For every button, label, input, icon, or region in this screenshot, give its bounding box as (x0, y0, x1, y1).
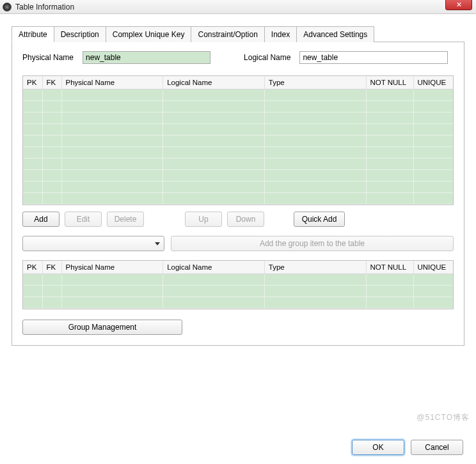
grid-empty-row (23, 193, 453, 205)
col-pk: PK (23, 76, 42, 89)
group-combo[interactable] (22, 236, 164, 251)
chevron-down-icon (155, 242, 160, 245)
col-logical-name: Logical Name (163, 76, 265, 89)
grid-empty-row (23, 159, 453, 170)
grid-body (23, 274, 453, 309)
tab-bar: Attribute Description Complex Unique Key… (12, 26, 464, 42)
col-not-null: NOT NULL (366, 76, 413, 89)
col-logical-name: Logical Name (163, 261, 265, 274)
grid-header-row: PK FK Physical Name Logical Name Type NO… (23, 76, 453, 89)
grid-empty-row (23, 286, 453, 297)
down-button[interactable]: Down (227, 212, 264, 227)
col-physical-name: Physical Name (61, 76, 163, 89)
col-not-null: NOT NULL (366, 261, 413, 274)
grid-body (23, 89, 453, 205)
col-type: Type (264, 261, 366, 274)
grid-empty-row (23, 182, 453, 193)
physical-name-input[interactable] (83, 51, 210, 64)
col-type: Type (264, 76, 366, 89)
col-fk: FK (42, 76, 61, 89)
close-button[interactable]: ✕ (445, 0, 472, 10)
col-pk: PK (23, 261, 42, 274)
col-physical-name: Physical Name (61, 261, 163, 274)
dialog-body: Attribute Description Complex Unique Key… (0, 14, 476, 346)
titlebar: Table Information ✕ (0, 0, 476, 14)
group-grid[interactable]: PK FK Physical Name Logical Name Type NO… (22, 260, 454, 309)
quick-add-button[interactable]: Quick Add (294, 212, 345, 227)
grid-header-row: PK FK Physical Name Logical Name Type NO… (23, 261, 453, 274)
grid-empty-row (23, 135, 453, 147)
window-title: Table Information (15, 3, 74, 12)
grid-empty-row (23, 170, 453, 182)
tab-constraint-option[interactable]: Constraint/Option (191, 26, 264, 42)
tab-index[interactable]: Index (264, 26, 297, 42)
ok-button[interactable]: OK (352, 440, 404, 455)
logical-name-input[interactable] (299, 51, 448, 64)
delete-button[interactable]: Delete (107, 212, 144, 227)
app-icon (3, 3, 12, 12)
col-unique: UNIQUE (413, 261, 453, 274)
group-row: Add the group item to the table (22, 236, 454, 251)
dialog-footer: OK Cancel (352, 440, 463, 455)
watermark: @51CTO博客 (416, 412, 470, 423)
logical-name-label: Logical Name (244, 53, 290, 62)
add-group-item-button[interactable]: Add the group item to the table (171, 236, 454, 251)
cancel-button[interactable]: Cancel (411, 440, 463, 455)
tab-pane-attribute: Physical Name Logical Name PK FK Physica… (12, 42, 464, 346)
grid-empty-row (23, 274, 453, 286)
name-row: Physical Name Logical Name (22, 51, 454, 64)
add-button[interactable]: Add (22, 212, 60, 227)
tab-attribute[interactable]: Attribute (12, 26, 54, 42)
columns-grid[interactable]: PK FK Physical Name Logical Name Type NO… (22, 75, 454, 205)
grid-buttons: Add Edit Delete Up Down Quick Add (22, 212, 454, 227)
tab-description[interactable]: Description (54, 26, 106, 42)
grid-empty-row (23, 297, 453, 309)
up-button[interactable]: Up (185, 212, 222, 227)
grid-empty-row (23, 89, 453, 101)
tab-advanced-settings[interactable]: Advanced Settings (296, 26, 374, 42)
grid-empty-row (23, 112, 453, 124)
physical-name-label: Physical Name (22, 53, 74, 62)
close-icon: ✕ (456, 1, 462, 9)
grid-empty-row (23, 101, 453, 112)
grid-empty-row (23, 147, 453, 159)
col-unique: UNIQUE (413, 76, 453, 89)
grid-empty-row (23, 124, 453, 135)
tab-complex-unique-key[interactable]: Complex Unique Key (106, 26, 192, 42)
group-management-button[interactable]: Group Management (22, 320, 182, 335)
edit-button[interactable]: Edit (65, 212, 102, 227)
col-fk: FK (42, 261, 61, 274)
